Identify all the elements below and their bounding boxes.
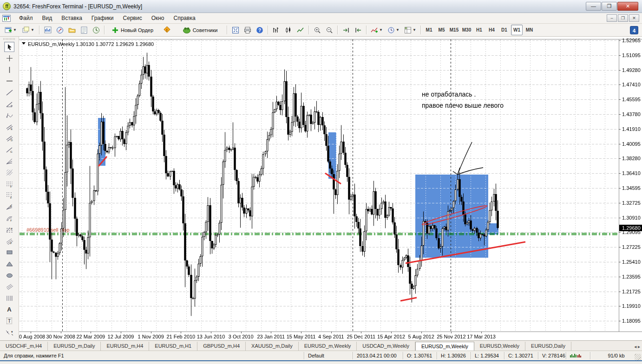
svg-text:F: F	[10, 219, 12, 222]
strategy-tester-button[interactable]	[90, 25, 102, 35]
indicators-button[interactable]: ▼	[369, 25, 385, 35]
toolbar-grip	[3, 38, 15, 40]
tool-cycles[interactable]	[4, 110, 14, 121]
line-chart-button[interactable]	[295, 25, 306, 35]
terminal-button[interactable]	[66, 25, 78, 35]
timeframe-H1[interactable]: H1	[473, 25, 485, 35]
tool-text[interactable]: A	[4, 305, 14, 315]
chart-tab-7[interactable]: USDCAD_m,Weekly	[357, 342, 415, 351]
chart-tab-8[interactable]: EURUSD_m,Weekly	[415, 342, 474, 351]
chart-canvas[interactable]	[19, 37, 642, 340]
tool-gann-grid[interactable]	[4, 168, 14, 178]
maximize-button[interactable]: ❐	[602, 2, 617, 11]
resize-grip[interactable]	[635, 354, 641, 360]
tool-trendline[interactable]	[4, 87, 14, 98]
svg-text:F: F	[10, 185, 12, 188]
help-button[interactable]: ?	[254, 25, 265, 35]
chart-tab-5[interactable]: XAUUSD_m,Daily	[246, 342, 299, 351]
tool-fibo-retracement[interactable]: F	[4, 179, 14, 189]
timeframe-M15[interactable]: M15	[448, 25, 460, 35]
expert-advisors-button[interactable]: Советники	[176, 25, 224, 35]
menu-6[interactable]: Справка	[169, 13, 200, 23]
menu-5[interactable]: Окно	[147, 13, 169, 23]
templates-button[interactable]: ▼	[402, 25, 418, 35]
chart-tab-9[interactable]: EURUSD,Weekly	[474, 342, 525, 351]
tool-fibo-fan[interactable]: F	[4, 202, 14, 212]
timeframe-MN[interactable]: MN	[524, 25, 535, 35]
tool-hline[interactable]	[4, 76, 14, 86]
menu-2[interactable]: Вставка	[57, 13, 87, 23]
auto-scroll-button[interactable]	[340, 25, 352, 35]
tool-fibo-channel[interactable]: F	[4, 236, 14, 246]
status-low: L: 1.29534	[471, 352, 504, 359]
tool-fibo-arcs[interactable]: F	[4, 213, 14, 223]
svg-text:?: ?	[258, 27, 261, 32]
new-chart-button[interactable]: ▼	[2, 25, 19, 35]
status-bar-time: 2013.04.21 00:00	[353, 352, 403, 359]
tool-ellipse[interactable]	[4, 270, 14, 280]
menu-0[interactable]: Файл	[14, 13, 38, 23]
close-button[interactable]: ✕	[617, 2, 638, 11]
drawing-toolbar: EDGFFFFFFAT▾	[0, 37, 19, 340]
bar-chart-button[interactable]	[270, 25, 282, 35]
tool-crosshair[interactable]	[4, 53, 14, 64]
timeframe-H4[interactable]: H4	[486, 25, 498, 35]
chart-tab-10[interactable]: EURUSD,Daily	[525, 342, 571, 351]
chart-tab-3[interactable]: EURUSD_m,H1	[149, 342, 197, 351]
menu-1[interactable]: Вид	[38, 13, 57, 23]
chart-tab-2[interactable]: EURUSD_m,H4	[101, 342, 149, 351]
tool-parallel[interactable]	[4, 282, 14, 292]
chart-tab-6[interactable]: EURUSD_m,Weekly	[299, 342, 357, 351]
tool-gann-line[interactable]: G	[4, 144, 14, 155]
zoom-in-button[interactable]	[311, 25, 323, 35]
status-volume: V: 278146	[538, 352, 566, 359]
tool-triangle[interactable]	[4, 259, 14, 269]
chart-tab-1[interactable]: EURUSD_m,Daily	[48, 342, 101, 351]
svg-text:E: E	[11, 128, 13, 130]
market-watch-button[interactable]	[42, 25, 53, 35]
alerts-button[interactable]: !	[160, 25, 173, 35]
tool-andrews[interactable]	[4, 293, 14, 303]
timeframe-M30[interactable]: M30	[461, 25, 472, 35]
candlestick-chart-button[interactable]	[282, 25, 294, 35]
tool-channel-e[interactable]: E	[4, 122, 14, 132]
periods-button[interactable]: ▼	[386, 25, 401, 35]
tool-vline[interactable]	[4, 65, 14, 75]
chart-icon	[2, 15, 11, 22]
fullscreen-button[interactable]	[229, 25, 241, 35]
timeframe-M1[interactable]: M1	[423, 25, 435, 35]
menu-3[interactable]: Графики	[87, 13, 118, 23]
tool-fibo-expansion[interactable]: F	[4, 225, 14, 235]
new-order-button[interactable]: Новый Ордер	[107, 25, 158, 35]
chart-tab-0[interactable]: USDCHF_m,H4	[0, 342, 48, 351]
zoom-out-button[interactable]	[323, 25, 335, 35]
navigator-button[interactable]	[54, 25, 66, 35]
child-restore-button[interactable]: ❐	[618, 14, 628, 22]
svg-text:!: !	[166, 28, 168, 32]
timeframe-D1[interactable]: D1	[498, 25, 510, 35]
tool-fibo-time[interactable]: F	[4, 190, 14, 201]
profiles-button[interactable]: ▼	[20, 25, 37, 35]
chart-shift-button[interactable]	[352, 25, 364, 35]
child-close-button[interactable]: ✕	[629, 14, 639, 22]
tabs-scroll-right[interactable]: ▸	[638, 344, 640, 349]
tool-gann-fan[interactable]	[4, 156, 14, 166]
tool-label[interactable]: T	[4, 316, 14, 326]
tabs-scroll-left[interactable]: ◂	[634, 344, 636, 349]
tool-angle[interactable]	[4, 99, 14, 109]
chart-tab-4[interactable]: GBPUSD_m,H4	[197, 342, 246, 351]
status-close: C: 1.30271	[504, 352, 538, 359]
data-window-button[interactable]	[78, 25, 90, 35]
menu-4[interactable]: Сервис	[118, 13, 147, 23]
tool-cursor[interactable]	[4, 42, 14, 52]
app-icon: ff	[3, 2, 11, 10]
mt4-home-button[interactable]: 4	[628, 25, 640, 35]
child-minimize-button[interactable]: –	[607, 14, 617, 22]
tool-arrows[interactable]: ▾	[4, 327, 14, 338]
minimize-button[interactable]: —	[586, 2, 601, 11]
tool-channel-d[interactable]: D	[4, 133, 14, 143]
tool-rectangle[interactable]	[4, 247, 14, 258]
timeframe-W1[interactable]: W1	[511, 25, 523, 35]
print-button[interactable]	[242, 25, 253, 35]
timeframe-M5[interactable]: M5	[436, 25, 447, 35]
